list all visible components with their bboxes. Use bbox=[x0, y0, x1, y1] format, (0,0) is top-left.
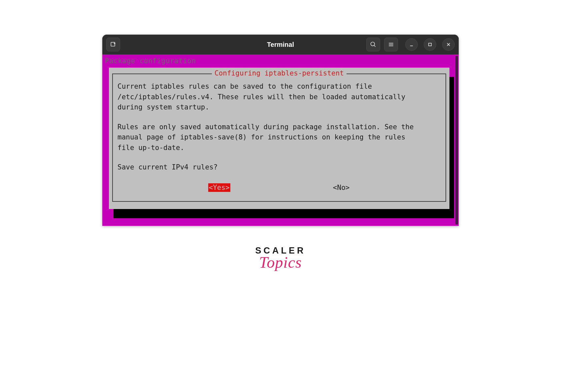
terminal-body[interactable]: Package configuration Configuring iptabl… bbox=[102, 54, 459, 226]
dialog-button-row: <Yes> <No> bbox=[117, 183, 441, 192]
new-tab-button[interactable] bbox=[106, 38, 120, 51]
terminal-window: Terminal bbox=[102, 35, 459, 226]
dialog-title: Configuring iptables-persistent bbox=[212, 69, 346, 77]
svg-line-4 bbox=[374, 45, 376, 47]
menu-button[interactable] bbox=[384, 38, 398, 51]
search-button[interactable] bbox=[366, 38, 380, 51]
package-config-header: Package configuration bbox=[104, 57, 455, 68]
dialog-paragraph-1: Current iptables rules can be saved to t… bbox=[117, 81, 441, 113]
svg-rect-9 bbox=[429, 43, 431, 46]
scaler-topics-logo: SCALER Topics bbox=[255, 246, 306, 271]
dialog-question: Save current IPv4 rules? bbox=[117, 162, 441, 173]
window-title: Terminal bbox=[267, 41, 294, 48]
minimize-button[interactable] bbox=[405, 38, 418, 51]
logo-line-2: Topics bbox=[255, 253, 306, 271]
dialog-box: Configuring iptables-persistent Current … bbox=[109, 68, 449, 209]
new-tab-icon bbox=[110, 41, 116, 48]
window-titlebar: Terminal bbox=[102, 35, 459, 54]
hamburger-icon bbox=[388, 41, 394, 48]
close-icon bbox=[445, 41, 452, 48]
search-icon bbox=[370, 41, 377, 48]
dialog-wrapper: Configuring iptables-persistent Current … bbox=[109, 68, 449, 209]
minimize-icon bbox=[408, 41, 415, 48]
scrollbar[interactable] bbox=[455, 56, 458, 225]
no-button[interactable]: <No> bbox=[332, 183, 350, 192]
svg-point-3 bbox=[371, 42, 375, 46]
yes-button[interactable]: <Yes> bbox=[208, 183, 230, 192]
maximize-icon bbox=[427, 41, 433, 48]
dialog-frame: Configuring iptables-persistent Current … bbox=[112, 74, 446, 202]
dialog-paragraph-2: Rules are only saved automatically durin… bbox=[117, 122, 441, 153]
maximize-button[interactable] bbox=[424, 38, 436, 51]
close-button[interactable] bbox=[442, 38, 455, 51]
svg-rect-0 bbox=[111, 42, 115, 46]
